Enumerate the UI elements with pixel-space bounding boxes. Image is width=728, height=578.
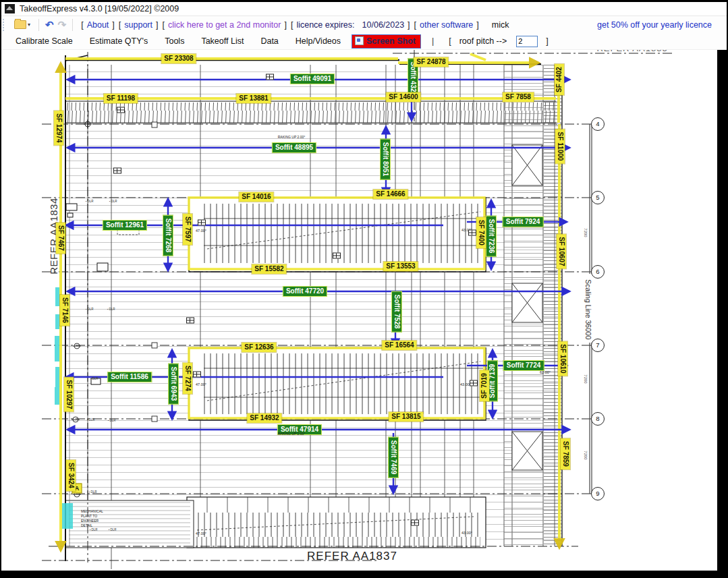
menu-bar: Calibrate ScaleEstimate QTY'sToolsTakeof… xyxy=(1,33,727,50)
stair-detail-icon xyxy=(117,107,125,113)
soffit-measurement-label[interactable]: Soffit 49091 xyxy=(290,74,335,84)
title-bar: TakeoffExpress v4.3.0 [19/05/2022] ©2009 xyxy=(1,2,727,16)
soffit-measurement-label[interactable]: Soffit 6943 xyxy=(168,364,179,405)
sf-measurement-label[interactable]: SF 16564 xyxy=(382,341,416,350)
menu-item-estimate-qty-s[interactable]: Estimate QTY's xyxy=(84,34,154,48)
dlr-mark: DLR xyxy=(86,308,93,311)
folder-icon xyxy=(14,20,26,29)
sf-measurement-label[interactable]: SF 10297 xyxy=(64,377,74,411)
soffit-measurement-label[interactable]: Soffit 48895 xyxy=(272,142,316,153)
sf-measurement-label[interactable]: SF 4402 xyxy=(555,64,564,95)
menu-item-takeoff-list[interactable]: Takeoff List xyxy=(195,34,250,48)
bracket: ] xyxy=(112,20,114,30)
sf-measurement-label[interactable]: SF 15582 xyxy=(252,264,286,274)
sf-measurement-label[interactable]: SF 10610 xyxy=(558,341,567,376)
angle-text: 47.00° xyxy=(196,382,206,386)
bracket: [ xyxy=(119,20,121,30)
sf-measurement-label[interactable]: SF 7859 xyxy=(561,438,570,469)
menu-item-tools[interactable]: Tools xyxy=(159,34,190,48)
soffit-measurement-label[interactable]: Soffit 11586 xyxy=(107,372,152,382)
soffit-measurement-label[interactable]: Soffit 7236 xyxy=(486,216,497,257)
support-link[interactable]: support xyxy=(124,20,152,30)
sf-measurement-label[interactable]: SF 14016 xyxy=(239,192,273,202)
soffit-measurement-label[interactable]: Soffit 7268 xyxy=(163,215,173,256)
dlr-mark: DLR xyxy=(109,528,116,531)
grid-bubble: 5 xyxy=(591,191,605,204)
soffit-measurement-label[interactable]: Soffit 7924 xyxy=(503,216,544,227)
menu-item-help-videos[interactable]: Help/Videos xyxy=(289,34,347,48)
separator xyxy=(38,19,39,31)
sf-measurement-label[interactable]: SF 7274 xyxy=(183,363,192,394)
menu-item-data[interactable]: Data xyxy=(254,34,284,48)
sf-measurement-label[interactable]: SF 7019 xyxy=(480,370,489,401)
separator xyxy=(72,19,73,31)
grid-bubble: 7 xyxy=(591,339,605,352)
soffit-measurement-label[interactable]: Soffit 47720 xyxy=(283,286,327,297)
toolbar-bracket-item: [other software] xyxy=(414,20,479,30)
other-software-link[interactable]: other software xyxy=(420,20,473,30)
stair-detail-icon xyxy=(411,520,419,526)
second-monitor-link[interactable]: click here to get a 2nd monitor xyxy=(168,20,281,30)
grid-bubble: 9 xyxy=(591,487,605,500)
stair-detail-icon xyxy=(266,74,274,80)
sf-measurement-label[interactable]: SF 7858 xyxy=(503,92,534,102)
sf-measurement-label[interactable]: SF 14932 xyxy=(247,413,281,423)
licence-expiry: licence expires: xyxy=(296,20,354,30)
sf-measurement-label[interactable]: SF 7146 xyxy=(60,295,69,326)
sf-measurement-label[interactable]: SF 14600 xyxy=(386,92,420,102)
window-edge xyxy=(0,571,728,578)
angle-text: 47.00° xyxy=(196,531,206,536)
open-file-button[interactable]: ▾ xyxy=(12,19,32,30)
roof-pitch-label: roof pitch --> xyxy=(459,36,507,46)
sf-measurement-label[interactable]: SF 13881 xyxy=(236,94,271,103)
username-label: mick xyxy=(492,20,509,30)
menu-item-calibrate-scale[interactable]: Calibrate Scale xyxy=(9,34,79,48)
sf-measurement-label[interactable]: SF 12974 xyxy=(54,111,63,145)
soffit-measurement-label[interactable]: Soffit 7724 xyxy=(503,360,544,371)
sf-measurement-label[interactable]: SF 10607 xyxy=(557,234,566,268)
sf-measurement-label[interactable]: SF 13553 xyxy=(383,262,418,271)
toolbar: ▾ ↶ ↷ [About][support][click here to get… xyxy=(1,16,727,33)
sf-measurement-label[interactable]: SF 23308 xyxy=(161,54,196,63)
stair-detail-icon xyxy=(468,230,476,236)
sf-measurement-label[interactable]: SF 3424 xyxy=(66,460,76,491)
toolbar-bracket-item: [About] xyxy=(81,20,115,30)
screenshot-icon xyxy=(355,36,364,45)
sf-measurement-label[interactable]: SF 13815 xyxy=(389,412,423,422)
refer-note-bottom: REFER AA1837 xyxy=(307,550,397,563)
dlr-mark: DLR xyxy=(109,200,117,203)
undo-button[interactable]: ↶ xyxy=(45,20,54,30)
bracket: ] xyxy=(408,20,410,30)
soffit-measurement-label[interactable]: Soffit 7528 xyxy=(391,291,402,333)
mech-note-line: DETAIL xyxy=(81,523,92,527)
sf-measurement-label[interactable]: SF 24878 xyxy=(414,57,448,67)
stair-detail-icon xyxy=(113,168,121,174)
app-icon xyxy=(5,4,15,13)
raking-note: RAKING UP 2.00° xyxy=(278,135,306,139)
scaling-line-label[interactable]: Scaling Line 36000 xyxy=(584,279,592,339)
toolbar-grip[interactable] xyxy=(3,19,7,31)
sf-measurement-label[interactable]: SF 7597 xyxy=(183,214,192,245)
soffit-measurement-label[interactable]: Soffit 7469 xyxy=(388,437,399,478)
bracket: [ xyxy=(449,36,451,46)
mech-note-line: MECHANICAL xyxy=(81,509,103,513)
stair-detail-icon xyxy=(186,318,194,324)
angle-text: 43.00° xyxy=(461,531,472,535)
sf-measurement-label[interactable]: SF 7467 xyxy=(56,223,65,254)
sf-measurement-label[interactable]: SF 11000 xyxy=(555,129,565,164)
soffit-measurement-label[interactable]: Soffit 12961 xyxy=(103,220,147,231)
about-link[interactable]: About xyxy=(87,20,109,30)
sf-measurement-label[interactable]: SF 11198 xyxy=(104,94,138,103)
screenshot-label: Screen Shot xyxy=(366,36,416,46)
toolbar-bracket-item: [support] xyxy=(119,20,159,30)
sf-measurement-label[interactable]: SF 12636 xyxy=(242,343,276,352)
sf-measurement-label[interactable]: SF 14666 xyxy=(373,190,408,199)
screenshot-button[interactable]: Screen Shot xyxy=(352,34,421,49)
roof-pitch-input[interactable] xyxy=(516,36,538,47)
soffit-measurement-label[interactable]: Soffit 8051 xyxy=(380,139,391,180)
promo-link[interactable]: get 50% off your yearly licence xyxy=(597,20,712,30)
sf-measurement-label[interactable]: SF 7400 xyxy=(476,217,486,248)
drawing-canvas[interactable]: REFER AA1834 REFER AA1837 REFER AA1835 S… xyxy=(1,50,717,571)
stair-detail-icon xyxy=(333,253,341,259)
mech-note-line: PLANT TO xyxy=(81,514,97,518)
